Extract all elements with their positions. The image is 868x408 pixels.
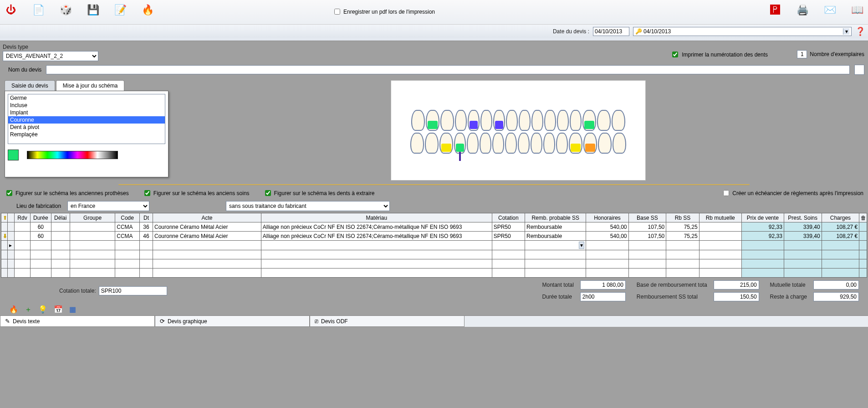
book-icon[interactable]: 📖	[850, 3, 864, 17]
copies-input[interactable]	[797, 50, 807, 58]
tooth-lower[interactable]	[425, 133, 439, 154]
color-gradient-picker[interactable]	[27, 151, 118, 159]
tooth-upper[interactable]	[440, 110, 454, 131]
top-toolbar: ⏻ 📄 🎲 💾 📝 🔥 Enregistrer un pdf lors de l…	[0, 0, 868, 41]
table-row[interactable]	[1, 259, 867, 269]
tooth-lower[interactable]	[492, 133, 504, 154]
table-row[interactable]: ⬇60CCMA46Couronne Céramo Métal AcierAlli…	[1, 232, 867, 241]
dental-schema[interactable]	[391, 80, 646, 181]
lieu-fabrication-select[interactable]: en France	[67, 201, 149, 211]
tooth-upper[interactable]	[531, 110, 543, 131]
devis-type-select[interactable]: DEVIS_AVENANT_2_2	[3, 51, 98, 61]
tooth-upper[interactable]	[493, 110, 505, 131]
tab-maj-schema[interactable]: Mise à jour du schéma	[56, 80, 125, 91]
list-item[interactable]: Dent à pivot	[8, 124, 165, 131]
trash-icon[interactable]: 🗑	[859, 213, 867, 222]
table-row[interactable]: ▸▾	[1, 241, 867, 250]
devis-name-input[interactable]	[46, 65, 850, 74]
list-item[interactable]: Germe	[8, 94, 165, 102]
tooth-upper[interactable]	[411, 110, 425, 131]
tooth-lower[interactable]	[613, 133, 626, 154]
tooth-state-list[interactable]: GermeIncluseImplantCouronneDent à pivotR…	[8, 94, 165, 144]
table-row[interactable]	[1, 269, 867, 278]
cotation-totale-label: Cotation totale:	[59, 288, 96, 294]
chevron-down-icon[interactable]: ▾	[843, 28, 849, 35]
devis-date-input[interactable]	[593, 27, 629, 36]
tooth-upper[interactable]	[570, 110, 582, 131]
tooth-lower[interactable]	[454, 133, 466, 154]
table-row[interactable]	[1, 250, 867, 259]
table-row[interactable]: 60CCMA36Couronne Céramo Métal AcierAllia…	[1, 222, 867, 232]
tooth-lower[interactable]	[569, 133, 582, 154]
row-arrow[interactable]	[1, 259, 8, 269]
edit-page-icon[interactable]: 📝	[113, 3, 128, 17]
tab-devis-texte[interactable]: ✎Devis texte	[0, 316, 155, 327]
row-arrow[interactable]	[1, 241, 8, 250]
pdf-on-print-checkbox[interactable]: Enregistrer un pdf lors de l'impression	[332, 7, 435, 16]
tooth-upper[interactable]	[468, 110, 480, 131]
power-icon[interactable]: ⏻	[4, 3, 18, 17]
list-item[interactable]: Incluse	[8, 102, 165, 109]
add-icon[interactable]: ＋	[25, 305, 32, 315]
tooth-lower[interactable]	[556, 133, 568, 154]
chevron-down-icon[interactable]: ▾	[579, 242, 584, 249]
rubik-icon[interactable]: 🎲	[58, 3, 73, 17]
tooth-lower[interactable]	[518, 133, 530, 154]
tooth-upper[interactable]	[455, 110, 467, 131]
tooth-lower[interactable]	[480, 133, 491, 154]
tooth-upper[interactable]	[519, 110, 531, 131]
tooth-upper[interactable]	[426, 110, 439, 131]
tooth-upper[interactable]	[582, 110, 596, 131]
row-arrow[interactable]	[1, 222, 8, 232]
tooth-lower[interactable]	[583, 133, 597, 154]
pdf-icon[interactable]: 🅿	[768, 3, 782, 17]
tooth-upper[interactable]	[557, 110, 569, 131]
devis-name-picker-button[interactable]	[854, 65, 864, 75]
cotation-totale-value[interactable]	[99, 286, 167, 295]
tab-saisie-devis[interactable]: Saisie du devis	[5, 80, 55, 91]
refresh-icon: ⟳	[160, 318, 165, 325]
tab-devis-odf[interactable]: ⎚Devis ODF	[310, 316, 465, 327]
tooth-upper[interactable]	[544, 110, 556, 131]
row-arrow[interactable]: ⬇	[1, 232, 8, 241]
help-icon[interactable]: ❓	[855, 26, 864, 36]
copies-label: Nombre d'exemplaires	[810, 51, 864, 57]
chk-dents-extraire[interactable]: Figurer sur le schéma les dents à extrai…	[263, 189, 375, 197]
tooth-lower[interactable]	[439, 133, 453, 154]
list-item[interactable]: Remplaçée	[8, 131, 165, 138]
divider	[118, 184, 750, 185]
mail-icon[interactable]: ✉️	[822, 3, 837, 17]
tab-devis-graphique[interactable]: ⟳Devis graphique	[155, 316, 310, 327]
tooth-upper[interactable]	[506, 110, 518, 131]
print-numeration-checkbox[interactable]: Imprimer la numérotation des dents	[670, 50, 768, 59]
tooth-upper[interactable]	[612, 110, 625, 131]
calendar-icon[interactable]: 📅	[54, 305, 63, 315]
tooth-lower[interactable]	[410, 133, 424, 154]
chk-anciennes-protheses[interactable]: Figurer sur le schéma les anciennes prot…	[5, 189, 129, 197]
tooth-lower[interactable]	[505, 133, 517, 154]
acts-grid[interactable]: ⬆ Rdv Durée Délai Groupe Code Dt Acte Ma…	[1, 213, 867, 278]
tooth-lower[interactable]	[531, 133, 542, 154]
tooth-lower[interactable]	[543, 133, 555, 154]
row-up-icon[interactable]: ⬆	[1, 213, 8, 222]
list-item[interactable]: Implant	[8, 109, 165, 116]
flame-mini-icon[interactable]: 🔥	[9, 305, 18, 315]
flame-icon[interactable]: 🔥	[140, 3, 155, 17]
save-icon[interactable]: 💾	[86, 3, 100, 17]
chk-anciens-soins[interactable]: Figurer sur le schéma les anciens soins	[143, 189, 250, 197]
row-arrow[interactable]	[1, 269, 8, 278]
date-selector[interactable]: 🔑 04/10/2013 ▾	[633, 27, 852, 36]
chk-echeancier[interactable]: Créer un échéancier de règlements après …	[721, 189, 863, 197]
new-page-icon[interactable]: 📄	[31, 3, 46, 17]
tooth-lower[interactable]	[467, 133, 479, 154]
printer-icon[interactable]: 🖨️	[795, 3, 810, 17]
list-item[interactable]: Couronne	[8, 116, 165, 124]
tooth-upper[interactable]	[597, 110, 611, 131]
sous-traitance-select[interactable]: sans sous traitance du fabricant	[226, 201, 390, 211]
row-arrow[interactable]	[1, 250, 8, 259]
tooth-lower[interactable]	[598, 133, 612, 154]
tooth-upper[interactable]	[480, 110, 492, 131]
bulb-icon[interactable]: 💡	[38, 305, 47, 315]
grid-icon[interactable]: ▦	[69, 305, 76, 315]
color-swatch[interactable]	[8, 150, 19, 160]
